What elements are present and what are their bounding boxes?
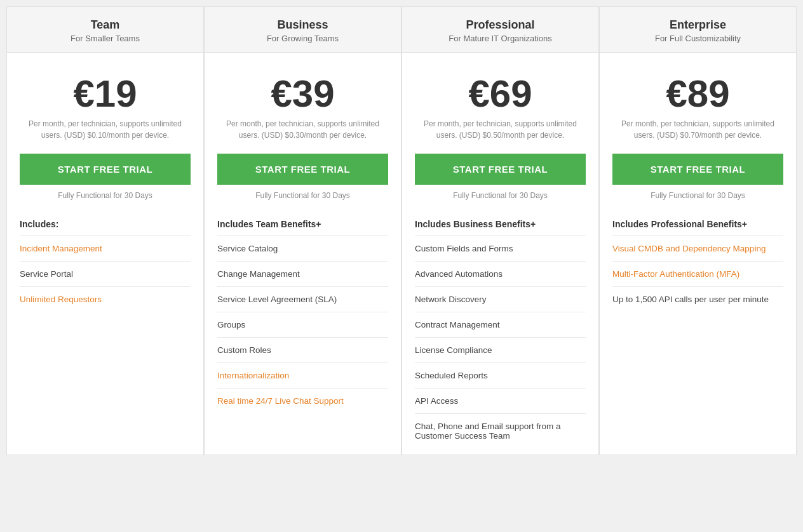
list-item: License Compliance (415, 337, 586, 362)
list-item: Service Catalog (217, 236, 388, 261)
plan-body-professional: €69Per month, per technician, supports u… (402, 53, 598, 455)
plan-subtitle-enterprise: For Full Customizability (612, 34, 783, 43)
feature-list-team: Incident ManagementService PortalUnlimit… (20, 236, 191, 312)
plan-name-team: Team (20, 18, 191, 32)
includes-label-enterprise: Includes Professional Benefits+ (612, 219, 783, 229)
plan-header-business: BusinessFor Growing Teams (205, 7, 401, 53)
includes-label-business: Includes Team Benefits+ (217, 219, 388, 229)
plan-body-enterprise: €89Per month, per technician, supports u… (600, 53, 796, 455)
feature-list-enterprise: Visual CMDB and Dependency MappingMulti-… (612, 236, 783, 312)
trial-note-enterprise: Fully Functional for 30 Days (612, 191, 783, 200)
plan-price-desc-team: Per month, per technician, supports unli… (20, 118, 191, 141)
plan-price-professional: €69 (415, 75, 586, 113)
plan-price-team: €19 (20, 75, 191, 113)
plan-header-team: TeamFor Smaller Teams (7, 7, 203, 53)
includes-label-team: Includes: (20, 219, 191, 229)
trial-button-professional[interactable]: START FREE TRIAL (415, 154, 586, 185)
plan-subtitle-team: For Smaller Teams (20, 34, 191, 43)
plan-subtitle-professional: For Mature IT Organizations (415, 34, 586, 43)
plan-price-desc-enterprise: Per month, per technician, supports unli… (612, 118, 783, 141)
list-item: Change Management (217, 261, 388, 286)
plan-price-business: €39 (217, 75, 388, 113)
list-item: Advanced Automations (415, 261, 586, 286)
trial-button-enterprise[interactable]: START FREE TRIAL (612, 154, 783, 185)
plan-price-desc-professional: Per month, per technician, supports unli… (415, 118, 586, 141)
plan-body-team: €19Per month, per technician, supports u… (7, 53, 203, 455)
trial-button-team[interactable]: START FREE TRIAL (20, 154, 191, 185)
feature-list-business: Service CatalogChange ManagementService … (217, 236, 388, 413)
plan-body-business: €39Per month, per technician, supports u… (205, 53, 401, 455)
includes-label-professional: Includes Business Benefits+ (415, 219, 586, 229)
plan-name-professional: Professional (415, 18, 586, 32)
list-item: Up to 1,500 API calls per user per minut… (612, 286, 783, 312)
plan-price-desc-business: Per month, per technician, supports unli… (217, 118, 388, 141)
list-item: Contract Management (415, 312, 586, 337)
trial-note-team: Fully Functional for 30 Days (20, 191, 191, 200)
list-item: Network Discovery (415, 286, 586, 312)
list-item: Groups (217, 312, 388, 337)
list-item: Multi-Factor Authentication (MFA) (612, 261, 783, 286)
list-item: Incident Management (20, 236, 191, 261)
list-item: Custom Roles (217, 337, 388, 362)
plan-name-business: Business (217, 18, 388, 32)
plan-header-professional: ProfessionalFor Mature IT Organizations (402, 7, 598, 53)
feature-list-professional: Custom Fields and FormsAdvanced Automati… (415, 236, 586, 448)
list-item: Service Level Agreement (SLA) (217, 286, 388, 312)
plan-card-business: BusinessFor Growing Teams€39Per month, p… (204, 6, 402, 455)
list-item: API Access (415, 388, 586, 413)
plan-price-enterprise: €89 (612, 75, 783, 113)
pricing-container: TeamFor Smaller Teams€19Per month, per t… (6, 6, 797, 455)
list-item: Chat, Phone and Email support from a Cus… (415, 413, 586, 448)
trial-note-professional: Fully Functional for 30 Days (415, 191, 586, 200)
plan-subtitle-business: For Growing Teams (217, 34, 388, 43)
plan-name-enterprise: Enterprise (612, 18, 783, 32)
list-item: Real time 24/7 Live Chat Support (217, 388, 388, 413)
list-item: Unlimited Requestors (20, 286, 191, 312)
list-item: Service Portal (20, 261, 191, 286)
plan-card-team: TeamFor Smaller Teams€19Per month, per t… (6, 6, 204, 455)
list-item: Scheduled Reports (415, 362, 586, 388)
list-item: Visual CMDB and Dependency Mapping (612, 236, 783, 261)
plan-card-professional: ProfessionalFor Mature IT Organizations€… (402, 6, 599, 455)
list-item: Custom Fields and Forms (415, 236, 586, 261)
plan-card-enterprise: EnterpriseFor Full Customizability€89Per… (599, 6, 797, 455)
trial-button-business[interactable]: START FREE TRIAL (217, 154, 388, 185)
trial-note-business: Fully Functional for 30 Days (217, 191, 388, 200)
plan-header-enterprise: EnterpriseFor Full Customizability (600, 7, 796, 53)
list-item: Internationalization (217, 362, 388, 388)
